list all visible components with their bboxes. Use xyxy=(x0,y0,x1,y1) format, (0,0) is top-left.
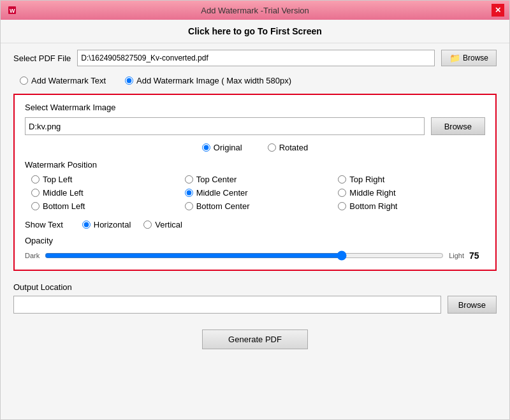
bottom-left-option[interactable]: Bottom Left xyxy=(31,201,172,211)
top-left-option[interactable]: Top Left xyxy=(31,175,172,184)
watermark-box: Select Watermark Image Browse Original R… xyxy=(13,94,497,271)
rotated-option[interactable]: Rotated xyxy=(268,143,309,152)
select-pdf-row: Select PDF File 📁 Browse xyxy=(1,43,509,73)
watermark-image-radio[interactable] xyxy=(125,76,133,85)
pdf-path-input[interactable] xyxy=(77,50,435,66)
opacity-label: Opacity xyxy=(25,236,485,245)
app-icon: W xyxy=(6,4,18,17)
position-section-label: Watermark Position xyxy=(25,160,485,170)
watermark-text-option[interactable]: Add Watermark Text xyxy=(20,76,106,85)
light-label: Light xyxy=(449,252,464,259)
top-right-option[interactable]: Top Right xyxy=(338,175,479,184)
vertical-radio[interactable] xyxy=(143,221,152,229)
top-left-radio[interactable] xyxy=(31,175,40,184)
original-option[interactable]: Original xyxy=(202,143,242,152)
select-pdf-label: Select PDF File xyxy=(13,54,71,63)
title-bar: W Add Watermark -Trial Version ✕ xyxy=(1,1,509,20)
main-window: W Add Watermark -Trial Version ✕ Click h… xyxy=(0,0,510,420)
watermark-image-input[interactable] xyxy=(25,117,425,135)
show-text-label: Show Text xyxy=(25,220,63,229)
top-center-option[interactable]: Top Center xyxy=(185,175,326,184)
orientation-row: Original Rotated xyxy=(25,143,485,152)
top-center-radio[interactable] xyxy=(185,175,193,184)
pdf-browse-button[interactable]: 📁 Browse xyxy=(441,50,497,66)
horizontal-radio[interactable] xyxy=(82,221,91,229)
close-button[interactable]: ✕ xyxy=(492,4,504,17)
bottom-right-radio[interactable] xyxy=(338,202,346,210)
middle-left-radio[interactable] xyxy=(31,189,40,197)
watermark-image-row: Browse xyxy=(25,117,485,135)
middle-center-option[interactable]: Middle Center xyxy=(185,188,326,198)
original-radio[interactable] xyxy=(202,143,210,152)
watermark-browse-button[interactable]: Browse xyxy=(431,117,485,135)
position-grid: Top Left Top Center Top Right Middle Lef… xyxy=(25,175,485,211)
middle-right-option[interactable]: Middle Right xyxy=(338,188,479,198)
watermark-image-option[interactable]: Add Watermark Image ( Max width 580px) xyxy=(125,76,291,85)
watermark-text-radio[interactable] xyxy=(20,76,28,85)
output-location-section: Output Location Browse xyxy=(1,276,509,320)
middle-right-radio[interactable] xyxy=(338,189,346,197)
bottom-left-radio[interactable] xyxy=(31,202,40,210)
slider-row: Dark Light 75 xyxy=(25,249,485,262)
vertical-option[interactable]: Vertical xyxy=(143,220,182,229)
middle-left-option[interactable]: Middle Left xyxy=(31,188,172,198)
opacity-slider[interactable] xyxy=(45,249,444,262)
content-area: Click here to go To First Screen Select … xyxy=(1,20,509,419)
bottom-right-option[interactable]: Bottom Right xyxy=(338,201,479,211)
window-title: Add Watermark -Trial Version xyxy=(18,6,492,15)
watermark-type-row: Add Watermark Text Add Watermark Image (… xyxy=(1,73,509,89)
bottom-center-option[interactable]: Bottom Center xyxy=(185,201,326,211)
bottom-center-radio[interactable] xyxy=(185,202,193,210)
output-location-row: Browse xyxy=(13,296,497,314)
output-browse-button[interactable]: Browse xyxy=(448,296,497,314)
show-text-row: Show Text Horizontal Vertical xyxy=(25,220,485,229)
output-location-input[interactable] xyxy=(13,296,441,314)
dark-label: Dark xyxy=(25,252,40,259)
rotated-radio[interactable] xyxy=(268,143,276,152)
opacity-section: Opacity Dark Light 75 xyxy=(25,236,485,262)
svg-text:W: W xyxy=(10,8,15,14)
folder-icon: 📁 xyxy=(449,53,460,63)
opacity-value: 75 xyxy=(469,250,485,261)
watermark-image-label: Select Watermark Image xyxy=(25,103,485,112)
generate-pdf-button[interactable]: Generate PDF xyxy=(202,329,308,349)
horizontal-option[interactable]: Horizontal xyxy=(82,220,131,229)
first-screen-link[interactable]: Click here to go To First Screen xyxy=(1,20,509,43)
output-location-label: Output Location xyxy=(13,282,497,292)
middle-center-radio[interactable] xyxy=(185,189,193,197)
top-right-radio[interactable] xyxy=(338,175,346,184)
generate-row: Generate PDF xyxy=(1,320,509,359)
